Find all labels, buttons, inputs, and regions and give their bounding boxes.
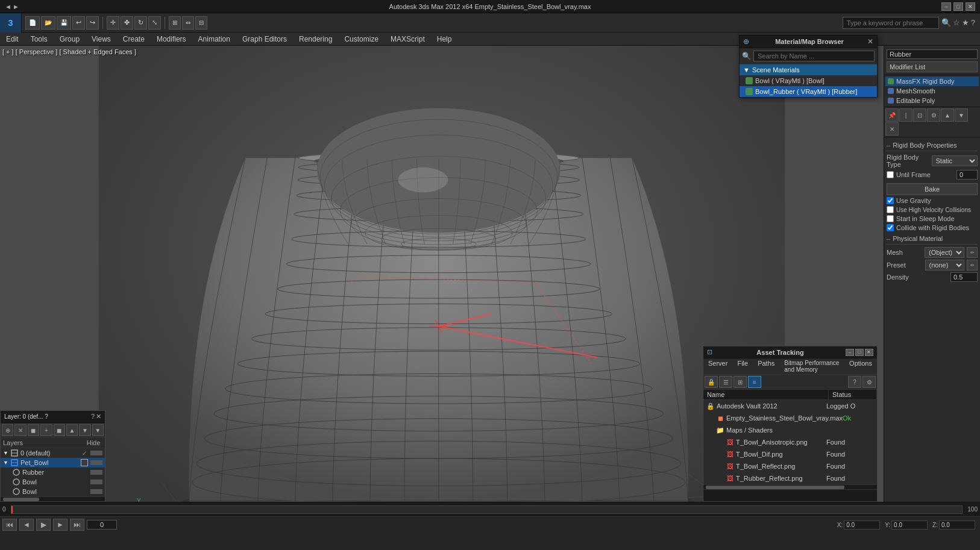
at-row-max-file[interactable]: ◼ Empty_Stainless_Steel_Bowl_vray.max Ok <box>703 412 877 424</box>
mat-browser-search-input[interactable] <box>753 51 875 61</box>
layers-down-button[interactable]: ▼ <box>79 424 90 436</box>
menu-create[interactable]: Create <box>117 33 151 46</box>
rp-delete-button[interactable]: ✕ <box>885 122 899 136</box>
layer-box-pet-bowl[interactable] <box>81 459 88 466</box>
search-icon[interactable]: 🔍 <box>941 18 951 27</box>
at-close-button[interactable]: ✕ <box>865 349 873 356</box>
layers-add-button[interactable]: + <box>40 424 52 436</box>
star-icon[interactable]: ★ <box>962 18 969 27</box>
at-row-maps[interactable]: 📁 Maps / Shaders <box>703 424 877 436</box>
rp-pin-button[interactable]: 📌 <box>885 108 899 122</box>
layers-up-button[interactable]: ▲ <box>66 424 78 436</box>
start-sleep-checkbox[interactable] <box>887 215 894 222</box>
z-input[interactable] <box>939 520 975 530</box>
at-row-png1[interactable]: 🖼 T_Bowl_Anisotropic.png Found <box>703 436 877 448</box>
at-list-button[interactable]: ☰ <box>719 376 732 388</box>
snap-button[interactable]: ⊞ <box>169 16 181 30</box>
modifier-list-button[interactable]: Modifier List <box>887 61 978 72</box>
menu-tools[interactable]: Tools <box>25 33 54 46</box>
at-row-png2[interactable]: 🖼 T_Bowl_Dif.png Found <box>703 448 877 460</box>
at-grid-button[interactable]: ⊞ <box>733 376 747 388</box>
at-menu-paths[interactable]: Paths <box>753 358 779 374</box>
keyword-search-input[interactable] <box>843 17 939 29</box>
at-maximize-button[interactable]: □ <box>855 349 864 356</box>
at-minimize-button[interactable]: – <box>846 349 854 356</box>
high-velocity-checkbox[interactable] <box>887 206 894 213</box>
select-button[interactable]: ✛ <box>107 16 119 30</box>
bake-button[interactable]: Bake <box>887 183 978 195</box>
timeline-track[interactable] <box>11 505 963 514</box>
rp-down-button[interactable]: ▼ <box>955 108 968 122</box>
undo-toolbar-button[interactable]: ↩ <box>72 16 85 30</box>
layer-item-bowl-1[interactable]: Bowl <box>1 477 105 487</box>
at-settings-button[interactable]: ⚙ <box>862 376 876 388</box>
menu-animation[interactable]: Animation <box>192 33 236 46</box>
mirror-button[interactable]: ⇔ <box>182 16 194 30</box>
menu-rendering[interactable]: Rendering <box>293 33 338 46</box>
redo-icon[interactable]: ► <box>13 3 19 10</box>
rigid-body-type-select[interactable]: Static Dynamic Kinematic <box>932 155 978 166</box>
menu-edit[interactable]: Edit <box>0 33 25 46</box>
layer-item-rubber[interactable]: Rubber <box>1 467 105 477</box>
layer-item-default[interactable]: ▼ 0 (default) ✓ <box>1 448 105 458</box>
rp-settings-button[interactable]: ⚙ <box>927 108 940 122</box>
mesh-select[interactable]: (Object) <box>925 247 964 258</box>
rotate-button[interactable]: ↻ <box>134 16 147 30</box>
at-horizontal-scrollbar[interactable] <box>703 484 877 489</box>
frame-input[interactable] <box>87 520 117 530</box>
scale-button[interactable]: ⤡ <box>148 16 161 30</box>
at-row-png3[interactable]: 🖼 T_Bowl_Reflect.png Found <box>703 460 877 472</box>
menu-views[interactable]: Views <box>86 33 117 46</box>
density-input[interactable] <box>950 272 978 282</box>
layer-item-bowl-2[interactable]: Bowl <box>1 487 105 496</box>
align-button[interactable]: ⊟ <box>195 16 207 30</box>
save-button[interactable]: 💾 <box>57 16 71 30</box>
goto-end-button[interactable]: ⏭ <box>70 519 84 531</box>
until-frame-input[interactable] <box>956 170 978 180</box>
mesh-edit-button[interactable]: ✏ <box>967 247 978 258</box>
layers-new-button[interactable]: ⊕ <box>2 424 13 436</box>
rp-up-button[interactable]: ▲ <box>941 108 954 122</box>
new-button[interactable]: 📄 <box>25 16 40 30</box>
open-button[interactable]: 📂 <box>41 16 55 30</box>
at-detail-button[interactable]: ≡ <box>748 376 761 388</box>
layers-scrollbar-thumb[interactable] <box>3 498 39 501</box>
rp-show-button[interactable]: ⊡ <box>913 108 926 122</box>
until-frame-checkbox[interactable] <box>887 171 894 178</box>
menu-group[interactable]: Group <box>54 33 86 46</box>
menu-help[interactable]: Help <box>431 33 458 46</box>
layer-item-pet-bowl[interactable]: ▼ Pet_Bowl <box>1 458 105 467</box>
timeline-playhead[interactable] <box>11 506 13 513</box>
minimize-button[interactable]: – <box>941 2 951 11</box>
modifier-item-meshsmooth[interactable]: MeshSmooth <box>885 86 979 96</box>
layers-expand-button[interactable]: ◼ <box>28 424 39 436</box>
layers-close-icon[interactable]: ✕ <box>96 413 101 420</box>
modifier-item-massfx[interactable]: MassFX Rigid Body <box>885 77 979 86</box>
layers-help-icon[interactable]: ? <box>91 413 95 420</box>
menu-graph-editors[interactable]: Graph Editors <box>236 33 293 46</box>
modifier-item-editable-poly[interactable]: Editable Poly <box>885 96 979 105</box>
object-name-input[interactable] <box>887 49 978 59</box>
at-menu-file[interactable]: File <box>732 358 753 374</box>
menu-modifiers[interactable]: Modifiers <box>151 33 192 46</box>
use-gravity-checkbox[interactable] <box>887 197 894 204</box>
layers-delete-button[interactable]: ✕ <box>14 424 26 436</box>
collide-rigid-checkbox[interactable] <box>887 224 894 231</box>
menu-customize[interactable]: Customize <box>338 33 385 46</box>
undo-icon[interactable]: ◄ <box>5 3 11 10</box>
layers-settings-button[interactable]: ◼ <box>54 424 65 436</box>
preset-select[interactable]: (none) <box>925 260 965 270</box>
layers-scrollbar[interactable] <box>1 496 105 501</box>
material-item-rubber[interactable]: Bowl_Rubber ( VRayMtl ) [Rubber] <box>740 86 877 97</box>
maximize-button[interactable]: □ <box>953 2 963 11</box>
y-input[interactable] <box>891 520 928 530</box>
at-vault-button[interactable]: 🔒 <box>705 376 718 388</box>
play-button[interactable]: ▶ <box>36 519 51 531</box>
prev-frame-button[interactable]: ◄ <box>19 519 34 531</box>
rp-active-button[interactable]: | <box>899 108 912 122</box>
close-button[interactable]: ✕ <box>966 2 975 11</box>
at-row-png4[interactable]: 🖼 T_Rubber_Reflect.png Found <box>703 472 877 484</box>
goto-start-button[interactable]: ⏮ <box>2 519 17 531</box>
menu-maxscript[interactable]: MAXScript <box>385 33 431 46</box>
scene-materials-header[interactable]: ▼ Scene Materials <box>740 64 877 75</box>
